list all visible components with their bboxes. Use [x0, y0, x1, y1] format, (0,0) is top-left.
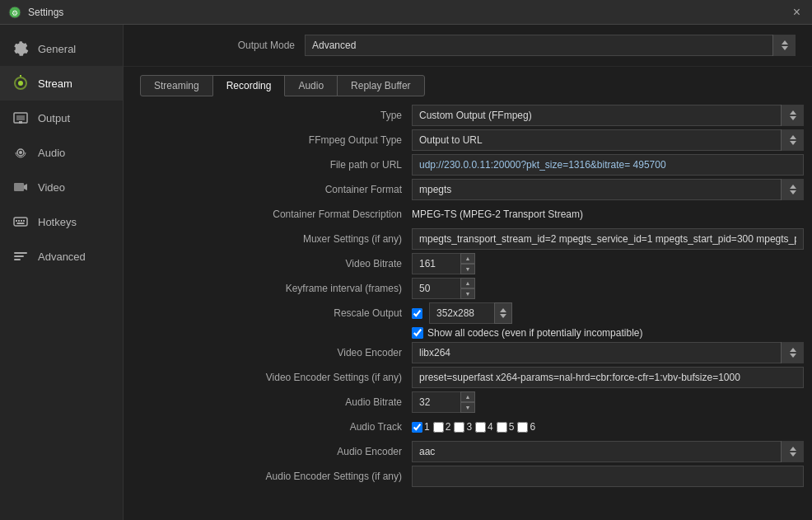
track-1-checkbox[interactable]: [412, 422, 422, 433]
tab-recording[interactable]: Recording: [212, 75, 286, 96]
filepath-input[interactable]: [412, 154, 804, 176]
audio-track-label: Audio Track: [132, 421, 412, 433]
track-2-checkbox[interactable]: [433, 422, 444, 433]
form-row-audio-encoder-settings: Audio Encoder Settings (if any): [132, 466, 804, 487]
keyframe-value-wrap: ▲ ▼: [412, 278, 804, 299]
window-title: Settings: [28, 7, 790, 18]
video-icon: [12, 178, 30, 196]
sidebar-item-hotkeys[interactable]: Hotkeys: [0, 204, 123, 239]
audio-encoder-select[interactable]: aac: [412, 441, 804, 462]
container-value-wrap: mpegts: [412, 179, 804, 200]
sidebar-item-stream[interactable]: Stream: [0, 66, 123, 101]
form-row-type: Type Custom Output (FFmpeg): [132, 105, 804, 126]
rescale-row: [412, 302, 804, 324]
svg-rect-13: [18, 220, 20, 222]
track-4-label: 4: [488, 421, 493, 433]
video-bitrate-spinbox-btns: ▲ ▼: [460, 253, 475, 274]
tab-streaming[interactable]: Streaming: [140, 75, 213, 96]
rescale-checkbox[interactable]: [412, 308, 422, 319]
form-row-video-encoder-settings: Video Encoder Settings (if any): [132, 367, 804, 388]
video-encoder-select[interactable]: libx264: [412, 342, 804, 363]
track-5-label: 5: [509, 421, 515, 433]
audio-encoder-settings-input[interactable]: [412, 466, 804, 487]
main-layout: General Stream Output: [0, 25, 812, 520]
track-item-3: 3: [454, 421, 472, 433]
container-select[interactable]: mpegts: [412, 179, 804, 200]
audio-track-value-wrap: 1 2 3 4: [412, 421, 804, 433]
tab-replay-buffer[interactable]: Replay Buffer: [337, 75, 425, 96]
rescale-label: Rescale Output: [132, 307, 412, 319]
track-6-checkbox[interactable]: [517, 422, 528, 433]
audio-encoder-select-wrap: aac: [412, 441, 804, 462]
output-mode-select-wrapper: Advanced Simple: [305, 35, 796, 56]
audio-encoder-settings-label: Audio Encoder Settings (if any): [132, 471, 412, 482]
form-row-filepath: File path or URL: [132, 154, 804, 176]
form-row-keyframe: Keyframe interval (frames) ▲ ▼: [132, 278, 804, 299]
audio-bitrate-label: Audio Bitrate: [132, 396, 412, 408]
keyframe-down-btn[interactable]: ▼: [460, 288, 475, 299]
form-row-audio-track: Audio Track 1 2 3: [132, 416, 804, 438]
track-5-checkbox[interactable]: [497, 422, 507, 433]
sidebar-item-video[interactable]: Video: [0, 170, 123, 204]
audio-bitrate-down-btn[interactable]: ▼: [460, 402, 475, 413]
audio-tracks-group: 1 2 3 4: [412, 421, 804, 433]
sidebar-item-general[interactable]: General: [0, 31, 123, 66]
keyframe-up-btn[interactable]: ▲: [460, 278, 475, 288]
sidebar-item-output[interactable]: Output: [0, 101, 123, 135]
muxer-value-wrap: [412, 228, 804, 250]
output-mode-row: Output Mode Advanced Simple: [124, 25, 812, 67]
svg-rect-12: [16, 220, 17, 222]
form-row-rescale: Rescale Output: [132, 302, 804, 324]
container-desc-value: MPEG-TS (MPEG-2 Transport Stream): [412, 208, 804, 220]
track-2-label: 2: [446, 421, 451, 433]
container-select-wrap: mpegts: [412, 179, 804, 200]
keyframe-spinbox-btns: ▲ ▼: [460, 278, 475, 299]
type-select[interactable]: Custom Output (FFmpeg): [412, 105, 804, 126]
video-bitrate-spinbox: ▲ ▼: [412, 253, 804, 274]
sidebar-item-audio[interactable]: Audio: [0, 135, 123, 170]
audio-bitrate-input[interactable]: [412, 391, 461, 413]
video-encoder-settings-input[interactable]: [412, 367, 804, 388]
video-bitrate-input[interactable]: [412, 253, 461, 274]
muxer-input[interactable]: [412, 228, 804, 250]
track-3-label: 3: [466, 421, 472, 433]
sidebar-label-output: Output: [38, 112, 70, 124]
track-item-4: 4: [475, 421, 493, 433]
track-item-5: 5: [497, 421, 515, 433]
track-item-2: 2: [433, 421, 451, 433]
sidebar-label-audio: Audio: [38, 147, 65, 159]
codec-row: Show all codecs (even if potentially inc…: [132, 327, 804, 339]
track-4-checkbox[interactable]: [475, 422, 486, 433]
sidebar-label-stream: Stream: [38, 77, 72, 90]
sidebar-label-general: General: [38, 43, 76, 55]
ffmpeg-type-select-wrap: Output to URL Output to File: [412, 129, 804, 151]
video-bitrate-down-btn[interactable]: ▼: [460, 264, 475, 274]
filepath-value-wrap: [412, 154, 804, 176]
rescale-resolution-input[interactable]: [429, 302, 495, 324]
show-codecs-label[interactable]: Show all codecs (even if potentially inc…: [412, 327, 642, 339]
track-3-checkbox[interactable]: [454, 422, 464, 433]
keyframe-input[interactable]: [412, 278, 461, 299]
show-codecs-checkbox[interactable]: [412, 327, 423, 339]
close-button[interactable]: ×: [790, 5, 804, 20]
video-bitrate-up-btn[interactable]: ▲: [460, 253, 475, 264]
video-encoder-label: Video Encoder: [132, 347, 412, 358]
audio-encoder-label: Audio Encoder: [132, 446, 412, 457]
sidebar-item-advanced[interactable]: Advanced: [0, 239, 123, 274]
track-item-6: 6: [517, 421, 535, 433]
ffmpeg-type-select[interactable]: Output to URL Output to File: [412, 129, 804, 151]
keyframe-spinbox: ▲ ▼: [412, 278, 804, 299]
video-encoder-value-wrap: libx264: [412, 342, 804, 363]
form-row-ffmpeg-type: FFmpeg Output Type Output to URL Output …: [132, 129, 804, 151]
track-1-label: 1: [424, 421, 430, 433]
gear-icon: [12, 40, 30, 58]
output-mode-select[interactable]: Advanced Simple: [305, 35, 796, 56]
tab-audio[interactable]: Audio: [284, 75, 338, 96]
keyframe-label: Keyframe interval (frames): [132, 283, 412, 294]
type-value-wrap: Custom Output (FFmpeg): [412, 105, 804, 126]
app-icon: ⚙: [8, 6, 21, 19]
show-codecs-text: Show all codecs (even if potentially inc…: [427, 327, 642, 339]
svg-rect-15: [23, 220, 25, 222]
audio-bitrate-up-btn[interactable]: ▲: [460, 391, 475, 402]
advanced-icon: [12, 247, 30, 265]
